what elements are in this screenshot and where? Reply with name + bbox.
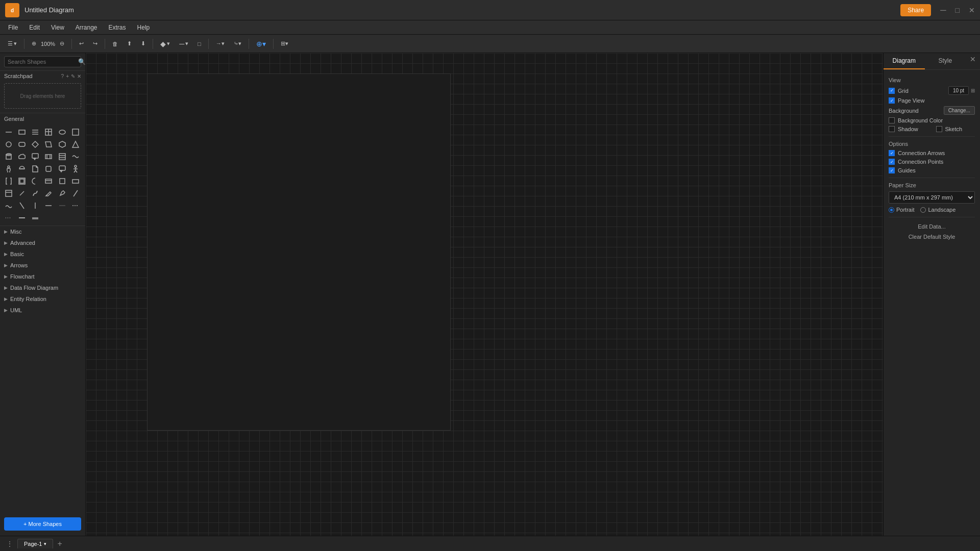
scratchpad-help-icon[interactable]: ?	[61, 73, 64, 79]
connection-style-button[interactable]: →▾	[212, 38, 228, 49]
clear-style-button[interactable]: Clear Default Style	[889, 232, 975, 242]
shape-actor[interactable]	[70, 163, 81, 174]
shape-line[interactable]	[3, 127, 14, 138]
shape-ellipse[interactable]	[57, 127, 68, 138]
shape-half-circle[interactable]	[16, 163, 28, 174]
shadow-button[interactable]: □	[194, 39, 205, 49]
shape-cloud[interactable]	[16, 151, 28, 162]
add-page-button[interactable]: +	[55, 539, 64, 548]
scratchpad-edit-icon[interactable]: ✎	[71, 73, 75, 79]
change-background-button[interactable]: Change...	[944, 106, 975, 115]
shape-wave[interactable]	[70, 151, 81, 162]
page-view-checkbox[interactable]	[889, 97, 895, 104]
menu-view[interactable]: View	[46, 23, 69, 32]
category-advanced[interactable]: ▶ Advanced	[0, 237, 85, 248]
guides-checkbox[interactable]	[889, 167, 895, 173]
shape-doc[interactable]	[30, 163, 41, 174]
shape-dotted-line[interactable]	[3, 212, 14, 223]
shadow-checkbox[interactable]	[889, 126, 895, 132]
page-menu-button[interactable]: ⋮	[4, 540, 15, 548]
share-button[interactable]: Share	[900, 4, 931, 16]
tab-diagram[interactable]: Diagram	[884, 53, 925, 69]
shape-triangle[interactable]	[70, 139, 81, 150]
category-entity-relation[interactable]: ▶ Entity Relation	[0, 293, 85, 305]
shape-horizontal[interactable]	[43, 200, 54, 211]
shape-rect-open[interactable]	[57, 176, 68, 187]
tab-style[interactable]: Style	[925, 53, 966, 69]
portrait-radio[interactable]	[889, 207, 894, 213]
shape-wavy[interactable]	[3, 200, 14, 211]
shape-table2[interactable]	[3, 188, 14, 199]
shape-lines[interactable]	[30, 127, 41, 138]
shape-thin-line[interactable]	[57, 200, 68, 211]
portrait-option[interactable]: Portrait	[889, 207, 914, 213]
shape-bracket[interactable]	[3, 176, 14, 187]
scratchpad-add-icon[interactable]: +	[66, 73, 69, 79]
menu-edit[interactable]: Edit	[24, 23, 45, 32]
search-icon[interactable]: 🔍	[78, 58, 86, 65]
category-uml[interactable]: ▶ UML	[0, 305, 85, 316]
shape-double-rect[interactable]	[16, 176, 28, 187]
more-shapes-button[interactable]: + More Shapes	[4, 517, 81, 531]
shape-vertical[interactable]	[30, 200, 41, 211]
close-icon[interactable]: ✕	[969, 6, 975, 14]
scratchpad-close-icon[interactable]: ✕	[77, 73, 81, 79]
shape-circle[interactable]	[3, 139, 14, 150]
shape-pen[interactable]	[57, 188, 68, 199]
shape-rect2[interactable]	[70, 176, 81, 187]
shape-line2[interactable]	[16, 188, 28, 199]
undo-button[interactable]: ↩	[76, 38, 87, 49]
landscape-option[interactable]: Landscape	[920, 207, 955, 213]
sketch-checkbox[interactable]	[936, 126, 942, 132]
shape-stepped[interactable]	[57, 151, 68, 162]
maximize-icon[interactable]: □	[955, 6, 960, 14]
shape-medium-line[interactable]	[16, 212, 28, 223]
menu-arrange[interactable]: Arrange	[70, 23, 103, 32]
sidebar-toggle-button[interactable]: ☰ ▾	[4, 38, 20, 49]
category-flowchart[interactable]: ▶ Flowchart	[0, 271, 85, 282]
fill-color-button[interactable]: ◆▾	[157, 38, 174, 50]
shape-backslash[interactable]	[16, 200, 28, 211]
shape-process[interactable]	[43, 151, 54, 162]
zoom-out-button[interactable]: ⊖	[56, 38, 68, 49]
shape-parallelogram[interactable]	[43, 139, 54, 150]
shape-rounded-square[interactable]	[43, 163, 54, 174]
category-data-flow[interactable]: ▶ Data Flow Diagram	[0, 282, 85, 293]
shape-thick-line[interactable]	[30, 212, 41, 223]
landscape-radio[interactable]	[920, 207, 926, 213]
category-misc[interactable]: ▶ Misc	[0, 226, 85, 237]
shape-slash[interactable]	[70, 188, 81, 199]
waypoint-button[interactable]: ⤷▾	[230, 38, 245, 49]
menu-file[interactable]: File	[3, 23, 23, 32]
shape-hexagon[interactable]	[57, 139, 68, 150]
shape-callout[interactable]	[30, 151, 41, 162]
minimize-icon[interactable]: ─	[940, 6, 946, 15]
connection-points-checkbox[interactable]	[889, 159, 895, 165]
shape-table[interactable]	[43, 127, 54, 138]
shape-square[interactable]	[70, 127, 81, 138]
search-input[interactable]	[8, 59, 78, 65]
redo-button[interactable]: ↪	[89, 38, 101, 49]
page-tab-1[interactable]: Page-1 ▾	[17, 539, 53, 548]
to-back-button[interactable]: ⬇	[137, 38, 149, 49]
connection-arrows-checkbox[interactable]	[889, 150, 895, 156]
delete-button[interactable]: 🗑	[109, 39, 121, 49]
shape-diamond[interactable]	[30, 139, 41, 150]
grid-size-icon[interactable]: ⊞	[971, 88, 975, 93]
canvas-area[interactable]	[86, 53, 883, 536]
zoom-in-button[interactable]: ⊕	[28, 38, 40, 49]
table-button[interactable]: ⊞▾	[277, 38, 292, 49]
shape-bordered-rect[interactable]	[43, 176, 54, 187]
paper-size-select[interactable]: A4 (210 mm x 297 mm)	[889, 191, 975, 204]
shape-speech-bubble[interactable]	[57, 163, 68, 174]
edit-data-button[interactable]: Edit Data...	[889, 221, 975, 232]
shape-crescent[interactable]	[30, 176, 41, 187]
shape-cylinder[interactable]	[3, 151, 14, 162]
grid-value[interactable]: 10 pt	[948, 86, 969, 95]
category-basic[interactable]: ▶ Basic	[0, 248, 85, 260]
menu-help[interactable]: Help	[132, 23, 155, 32]
shape-rect[interactable]	[16, 127, 28, 138]
category-arrows[interactable]: ▶ Arrows	[0, 260, 85, 271]
shape-rounded-rect[interactable]	[16, 139, 28, 150]
menu-extras[interactable]: Extras	[104, 23, 131, 32]
